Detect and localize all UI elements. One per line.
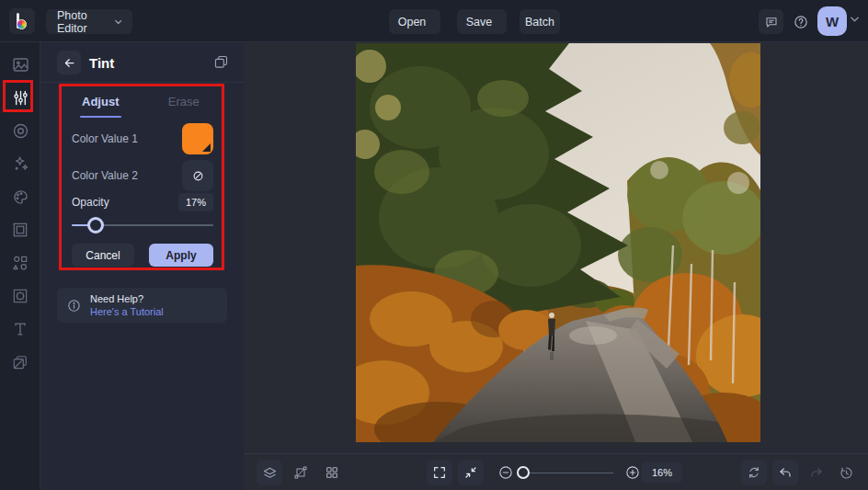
sidebar-item-artsy[interactable]	[0, 180, 40, 213]
sidebar-item-touchup[interactable]	[0, 114, 40, 147]
app-logo[interactable]	[9, 8, 35, 34]
plus-circle-icon	[624, 464, 641, 481]
question-circle-icon	[793, 14, 809, 30]
sidebar-item-overlays[interactable]	[0, 279, 40, 313]
sidebar-item-text[interactable]	[0, 313, 40, 346]
color-value-2-label: Color Value 2	[72, 169, 138, 182]
opacity-slider[interactable]	[72, 217, 213, 234]
panel-actions: Cancel Apply	[72, 244, 213, 267]
bottom-toolbar: 16%	[244, 453, 868, 490]
opacity-slider-thumb[interactable]	[87, 217, 104, 234]
fullscreen-button[interactable]	[427, 460, 452, 485]
zoom-level-value[interactable]: 16%	[642, 462, 682, 483]
color-value-1-row: Color Value 1	[72, 123, 213, 154]
layers-icon	[262, 465, 278, 481]
app-menu-label: Photo Editor	[57, 9, 109, 35]
topbar: Photo Editor Open Save Batch W	[0, 0, 868, 42]
batch-button[interactable]: Batch	[520, 9, 560, 34]
apply-button[interactable]: Apply	[149, 244, 213, 267]
active-tab-underline	[80, 116, 121, 118]
no-color-icon	[190, 168, 206, 184]
tutorial-link[interactable]: Here's a Tutorial	[90, 306, 164, 317]
minus-circle-icon	[497, 464, 514, 481]
reset-button[interactable]	[741, 460, 767, 485]
help-heading: Need Help?	[90, 293, 164, 304]
undo-icon	[778, 465, 793, 480]
sidebar-item-edit[interactable]	[0, 48, 40, 81]
history-button[interactable]	[833, 460, 859, 485]
info-icon	[66, 298, 82, 313]
overlays-icon	[11, 287, 29, 305]
panel-title: Tint	[89, 55, 114, 71]
batch-button-label: Batch	[525, 16, 554, 28]
adjust-sliders-icon	[11, 88, 30, 108]
transform-icon	[293, 465, 308, 480]
tab-adjust[interactable]: Adjust	[59, 84, 143, 119]
reset-icon	[747, 465, 761, 480]
effects-sparkles-icon	[11, 154, 30, 174]
color-value-1-swatch[interactable]	[182, 123, 213, 154]
help-button[interactable]	[788, 9, 813, 34]
frames-icon	[11, 221, 29, 239]
undo-button[interactable]	[772, 460, 798, 485]
back-arrow-icon	[63, 56, 76, 70]
chat-bubble-icon	[764, 15, 779, 29]
layers-button[interactable]	[257, 460, 282, 485]
chevron-down-icon	[115, 19, 121, 25]
panel-tabs: Adjust Erase	[59, 84, 225, 119]
open-button-label: Open	[398, 16, 427, 28]
save-button-label: Save	[466, 16, 493, 28]
sidebar-item-frames[interactable]	[0, 213, 40, 246]
account-menu-chevron[interactable]	[851, 17, 859, 22]
help-tutorial-box[interactable]: Need Help? Here's a Tutorial	[57, 288, 227, 323]
fit-screen-icon	[463, 465, 478, 480]
back-button[interactable]	[57, 51, 81, 74]
photo-autumn-road[interactable]	[356, 43, 760, 442]
app-menu-button[interactable]: Photo Editor	[46, 9, 132, 34]
zoom-slider-thumb[interactable]	[517, 466, 530, 479]
zoom-slider[interactable]	[518, 464, 613, 481]
artsy-palette-icon	[11, 188, 30, 207]
edit-photo-icon	[11, 55, 30, 74]
redo-button[interactable]	[804, 460, 829, 485]
opacity-label: Opacity	[72, 196, 109, 209]
redo-icon	[809, 465, 824, 480]
avatar-initial: W	[826, 14, 839, 29]
opacity-row: Opacity 17%	[72, 192, 213, 212]
tint-panel: Tint Adjust Erase Color Value 1 Color Va…	[40, 42, 244, 490]
opacity-value: 17%	[178, 193, 213, 211]
fullscreen-icon	[432, 465, 447, 480]
user-avatar[interactable]: W	[817, 6, 847, 36]
zoom-out-button[interactable]	[493, 460, 519, 485]
open-button[interactable]: Open	[389, 9, 440, 34]
tab-erase[interactable]: Erase	[143, 84, 226, 119]
tool-sidebar	[0, 42, 40, 490]
graphics-shapes-icon	[11, 254, 29, 272]
fit-to-screen-button[interactable]	[458, 460, 484, 485]
textures-icon	[11, 353, 29, 371]
color-value-1-label: Color Value 1	[72, 132, 138, 145]
sidebar-item-effects[interactable]	[0, 147, 40, 180]
save-button[interactable]: Save	[457, 9, 507, 34]
text-icon	[11, 320, 29, 338]
sidebar-item-graphics[interactable]	[0, 246, 40, 279]
feedback-button[interactable]	[759, 9, 783, 34]
transform-button[interactable]	[288, 460, 314, 485]
sidebar-item-textures[interactable]	[0, 346, 40, 379]
cancel-button[interactable]: Cancel	[72, 244, 134, 267]
grid-view-button[interactable]	[319, 460, 345, 485]
grid-icon	[325, 465, 339, 480]
color-value-2-swatch[interactable]	[182, 160, 213, 191]
touchup-eye-icon	[11, 121, 30, 141]
duplicate-settings-button[interactable]	[213, 54, 229, 70]
sidebar-item-adjust[interactable]	[0, 81, 40, 114]
photo-editor-app: Photo Editor Open Save Batch W	[0, 0, 868, 490]
history-icon	[839, 465, 854, 481]
copy-icon	[213, 54, 229, 70]
logo-rainbow-disc	[17, 19, 27, 29]
tint-panel-header: Tint	[40, 42, 244, 83]
zoom-slider-track[interactable]	[518, 473, 613, 474]
chevron-down-icon	[851, 17, 859, 22]
color-value-2-row: Color Value 2	[72, 160, 213, 191]
